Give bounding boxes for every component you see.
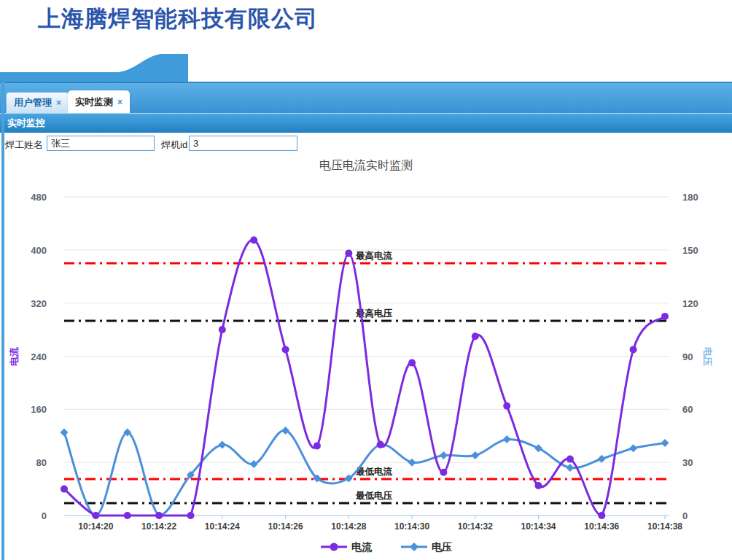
series-point-current: [61, 486, 68, 493]
series-point-current: [250, 236, 257, 244]
series-point-current: [408, 359, 416, 367]
x-axis-tick-label: 10:14:26: [268, 521, 303, 532]
series-point-voltage: [471, 451, 479, 459]
tab-realtime-monitor[interactable]: 实时监测 ×: [68, 90, 130, 113]
tab-close-icon[interactable]: ×: [56, 98, 61, 108]
tab-user-management[interactable]: 用户管理 ×: [6, 92, 69, 113]
right-axis-tick-label: 120: [682, 298, 698, 309]
series-point-voltage: [61, 428, 69, 436]
left-axis-tick-label: 240: [31, 351, 47, 362]
chart-svg: 080160240320400480030609012015018010:14:…: [0, 155, 732, 560]
series-point-current: [377, 441, 384, 448]
machine-id-label: 焊机id: [161, 139, 187, 152]
series-point-current: [345, 249, 352, 257]
right-axis-tick-label: 90: [682, 351, 693, 362]
left-axis-tick-label: 320: [31, 298, 47, 309]
left-axis-tick-label: 400: [31, 245, 47, 256]
filter-form: 焊工姓名 焊机id: [0, 133, 732, 155]
markline-label-min-voltage: 最低电压: [355, 491, 393, 501]
legend-label-current[interactable]: 电流: [351, 541, 373, 553]
series-point-voltage: [218, 440, 226, 448]
tab-user-management-label: 用户管理: [14, 96, 52, 109]
series-point-current: [440, 469, 447, 476]
series-point-current: [92, 512, 99, 519]
x-axis-tick-label: 10:14:32: [458, 521, 493, 532]
series-point-current: [630, 346, 637, 353]
left-axis-name: 电流: [9, 347, 20, 366]
right-axis-tick-label: 60: [682, 404, 693, 415]
legend-label-voltage[interactable]: 电压: [432, 541, 452, 553]
right-axis-name: 电压: [702, 347, 713, 366]
right-axis-tick-label: 150: [682, 245, 698, 256]
left-axis-tick-label: 80: [36, 457, 47, 468]
section-title: 实时监控: [7, 117, 45, 128]
x-axis-tick-label: 10:14:30: [394, 521, 429, 532]
tab-close-icon[interactable]: ×: [117, 97, 122, 107]
series-point-voltage: [534, 444, 542, 452]
right-axis-tick-label: 0: [682, 510, 688, 521]
left-axis-tick-label: 480: [31, 192, 47, 203]
series-point-current: [314, 442, 321, 449]
header-ribbon-shape: [0, 52, 190, 82]
markline-label-max-current: 最高电流: [355, 251, 393, 261]
x-axis-tick-label: 10:14:22: [141, 521, 176, 532]
left-axis-tick-label: 0: [42, 510, 47, 521]
series-point-current: [472, 332, 479, 340]
series-point-voltage: [566, 464, 574, 472]
welder-name-label: 焊工姓名: [5, 139, 43, 152]
right-axis-tick-label: 180: [682, 192, 698, 203]
series-point-current: [282, 346, 289, 353]
company-title: 上海腾焊智能科技有限公司: [38, 4, 318, 34]
series-point-current: [187, 512, 195, 519]
series-point-voltage: [661, 439, 669, 447]
series-point-current: [503, 402, 510, 410]
section-header: 实时监控: [0, 113, 732, 133]
series-point-current: [124, 512, 131, 519]
x-axis-tick-label: 10:14:34: [521, 521, 556, 532]
legend-marker-current[interactable]: [330, 543, 338, 551]
series-point-current: [566, 456, 574, 463]
series-point-current: [598, 512, 605, 519]
series-point-current: [219, 326, 226, 333]
legend-marker-voltage[interactable]: [410, 542, 418, 551]
series-point-voltage: [250, 460, 258, 468]
tab-bar: 用户管理 × 实时监测 ×: [0, 82, 732, 113]
series-point-voltage: [629, 444, 637, 452]
tab-realtime-monitor-label: 实时监测: [75, 96, 113, 109]
series-point-voltage: [598, 455, 606, 463]
left-axis-tick-label: 160: [31, 404, 47, 415]
right-axis-tick-label: 30: [682, 457, 693, 468]
series-point-current: [661, 313, 669, 320]
app-window: 上海腾焊智能科技有限公司 用户管理 × 实时监测 × 实时监控 焊工姓名 焊机i…: [0, 0, 732, 560]
series-point-current: [155, 512, 163, 519]
welder-name-input[interactable]: [47, 136, 155, 151]
series-point-voltage: [408, 459, 416, 467]
series-point-voltage: [440, 451, 448, 459]
series-point-current: [535, 482, 542, 489]
machine-id-input[interactable]: [189, 136, 297, 151]
x-axis-tick-label: 10:14:28: [331, 521, 366, 532]
x-axis-tick-label: 10:14:20: [78, 521, 113, 532]
x-axis-tick-label: 10:14:36: [584, 521, 619, 532]
realtime-chart: 080160240320400480030609012015018010:14:…: [0, 155, 732, 560]
markline-label-min-current: 最低电流: [355, 467, 393, 477]
x-axis-tick-label: 10:14:38: [647, 521, 682, 532]
x-axis-tick-label: 10:14:24: [205, 521, 240, 532]
series-point-voltage: [503, 435, 511, 443]
